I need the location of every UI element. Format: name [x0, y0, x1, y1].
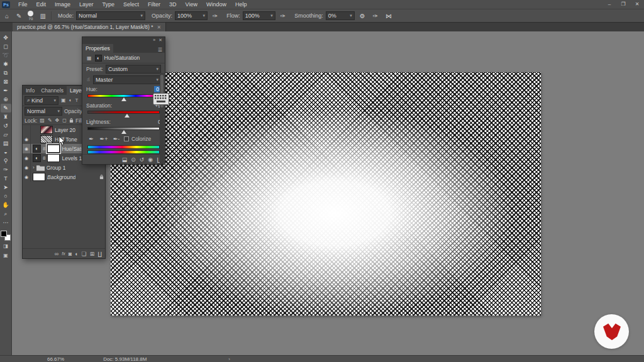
toggle-visibility-eye-icon[interactable]: ◉ [148, 156, 153, 163]
add-layer-mask-icon[interactable]: ◙ [69, 251, 72, 257]
lock-transparency-icon[interactable]: ▨ [39, 118, 45, 123]
flow-dropdown[interactable]: 100% ▾ [243, 11, 275, 20]
close-panel-icon[interactable]: ✕ [158, 37, 162, 43]
tab-properties[interactable]: Properties [82, 44, 113, 53]
eraser-tool[interactable]: ▱ [1, 130, 11, 139]
status-options-chevron[interactable]: › [228, 356, 230, 362]
eyedropper-tool[interactable]: ✒ [1, 86, 11, 95]
home-icon[interactable]: ⌂ [3, 13, 11, 19]
eyedropper-sample-icon[interactable]: ✒ [86, 136, 96, 142]
document-canvas-halftone[interactable] [111, 72, 541, 315]
new-layer-icon[interactable]: ⊞ [90, 251, 95, 257]
minimize-button[interactable]: – [602, 0, 616, 9]
lock-position-icon[interactable]: ✥ [55, 118, 60, 123]
menu-image[interactable]: Image [50, 0, 75, 9]
close-button[interactable]: ✕ [630, 0, 644, 9]
lock-artboard-icon[interactable]: ◻ [62, 118, 67, 123]
delete-layer-icon[interactable]: ∐ [97, 251, 102, 257]
crop-tool[interactable]: ⧉ [1, 69, 11, 77]
smoothing-dropdown[interactable]: 0% ▾ [326, 11, 355, 20]
lock-pixels-icon[interactable]: ✎ [47, 118, 53, 123]
visibility-eye-icon[interactable]: ◉ [23, 134, 31, 144]
visibility-eye-icon[interactable]: ◉ [23, 172, 31, 182]
blur-tool[interactable]: ◒ [1, 148, 11, 156]
menu-help[interactable]: Help [231, 0, 252, 9]
menu-layer[interactable]: Layer [75, 0, 98, 9]
shape-tool[interactable]: ○ [1, 192, 11, 200]
new-group-icon[interactable]: ❏ [82, 251, 87, 257]
pen-tool[interactable]: ✑ [1, 165, 11, 174]
pressure-size-icon[interactable]: ✑ [370, 13, 380, 19]
tab-close-icon[interactable]: ✕ [157, 25, 162, 30]
preset-dropdown[interactable]: Custom ▾ [106, 65, 161, 74]
menu-edit[interactable]: Edit [32, 0, 51, 9]
brush-size-picker[interactable]: 70 [26, 11, 35, 21]
visibility-toggle-empty[interactable] [23, 125, 31, 134]
zoom-level-field[interactable]: 66.67% [47, 356, 64, 362]
menu-select[interactable]: Select [119, 0, 143, 9]
smoothing-gear-icon[interactable]: ⚙ [357, 13, 368, 19]
layer-blend-mode-dropdown[interactable]: Normal ▾ [25, 107, 62, 116]
collapse-panel-icon[interactable]: » [153, 37, 155, 43]
layer-thumbnail[interactable] [40, 135, 53, 143]
lasso-tool[interactable]: ➰ [1, 51, 11, 60]
filter-adjustment-icon[interactable]: ◐ [69, 97, 73, 103]
layer-thumbnail[interactable] [40, 126, 53, 134]
brush-panel-toggle-icon[interactable]: ▥ [37, 13, 48, 19]
opacity-dropdown[interactable]: 100% ▾ [175, 11, 208, 20]
layer-thumbnail[interactable] [33, 173, 45, 181]
tab-channels[interactable]: Channels [38, 86, 67, 95]
layer-mask-thumbnail[interactable] [47, 154, 60, 162]
tab-info[interactable]: Info [23, 86, 38, 95]
menu-window[interactable]: Window [202, 0, 231, 9]
visibility-eye-icon[interactable]: ◉ [23, 163, 31, 172]
group-expand-arrow[interactable]: › [33, 165, 35, 170]
filter-type-icon[interactable]: T [74, 97, 79, 103]
scrollbar[interactable] [160, 73, 164, 164]
history-brush-tool[interactable]: ↺ [1, 121, 11, 130]
quick-selection-tool[interactable]: ✱ [1, 60, 11, 69]
adjustment-layer-icon[interactable]: ◐ [33, 154, 41, 162]
hue-slider[interactable] [87, 94, 160, 97]
lightness-slider-thumb[interactable] [121, 130, 126, 134]
airbrush-flow-icon[interactable]: ✑ [278, 13, 288, 19]
gradient-tool[interactable]: ▤ [1, 139, 11, 148]
targeted-adjustment-hand-icon[interactable]: ☝ [86, 77, 91, 82]
healing-brush-tool[interactable]: ⊕ [1, 95, 11, 104]
menu-3d[interactable]: 3D [165, 0, 181, 9]
paint-symmetry-icon[interactable]: ⋈ [383, 13, 394, 19]
edit-toolbar-ellipsis[interactable]: ⋯ [1, 218, 11, 227]
filter-pixel-icon[interactable]: ▣ [60, 97, 67, 103]
new-adjustment-layer-icon[interactable]: ◐ [75, 251, 78, 257]
brush-tool-active[interactable]: ✎ [1, 104, 11, 112]
eyedropper-subtract-icon[interactable]: ✒- [111, 136, 121, 142]
brush-preset-icon[interactable]: ✎ [14, 13, 24, 19]
previous-state-icon[interactable]: ⊙ [131, 156, 136, 163]
menu-filter[interactable]: Filter [143, 0, 165, 9]
screen-mode-button[interactable]: ▣ [1, 252, 11, 260]
restore-button[interactable]: ❐ [616, 0, 630, 9]
lock-all-icon[interactable] [69, 118, 74, 123]
layer-style-fx-icon[interactable]: fx [62, 251, 65, 256]
layer-row-background[interactable]: ◉ Background [23, 172, 105, 182]
visibility-eye-icon[interactable]: ◉ [23, 144, 31, 153]
clip-to-layer-icon[interactable]: ⬓ [122, 156, 128, 163]
menu-view[interactable]: View [181, 0, 202, 9]
blend-mode-dropdown[interactable]: Normal ▾ [76, 11, 145, 20]
saturation-slider[interactable] [87, 111, 160, 114]
saturation-slider-thumb[interactable] [125, 114, 130, 118]
move-tool[interactable]: ✥ [1, 33, 11, 42]
adjustment-layer-icon[interactable]: ◐ [33, 145, 41, 153]
channel-dropdown[interactable]: Master ▾ [93, 75, 161, 84]
airbrush-opacity-icon[interactable]: ✑ [210, 13, 220, 19]
menu-type[interactable]: Type [98, 0, 119, 9]
lightness-slider[interactable] [87, 127, 160, 130]
document-tab[interactable]: practice.psd @ 66.7% (Hue/Saturation 1, … [13, 23, 166, 31]
filter-kind-dropdown[interactable]: ⌕ Kind ▾ [25, 96, 58, 105]
clone-stamp-tool[interactable]: ♜ [1, 112, 11, 121]
hue-slider-thumb[interactable] [121, 97, 126, 101]
path-selection-tool[interactable]: ➤ [1, 183, 11, 192]
frame-tool[interactable]: ⊠ [1, 77, 11, 86]
link-layers-icon[interactable]: ∞ [55, 251, 58, 257]
reset-adjustment-icon[interactable]: ↺ [140, 156, 145, 163]
